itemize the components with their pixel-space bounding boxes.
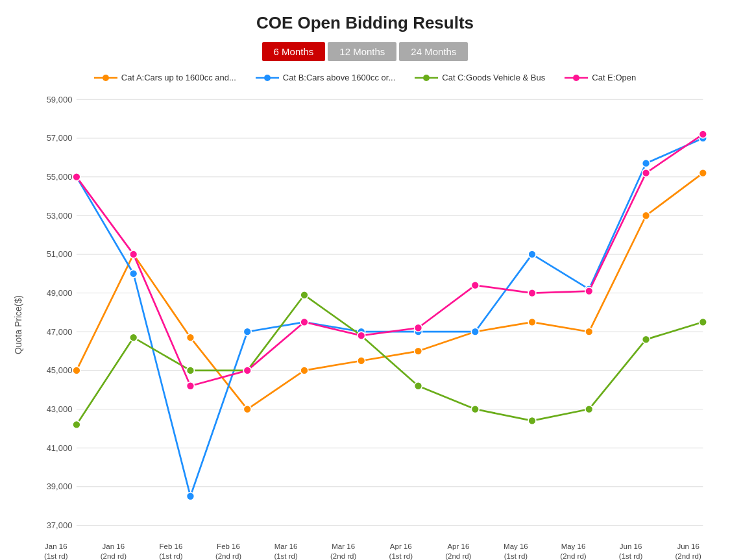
x-label: Apr 16(1st rd) [372, 542, 430, 560]
tab-24months[interactable]: 24 Months [399, 42, 468, 61]
svg-point-56 [73, 420, 80, 428]
svg-point-62 [415, 382, 422, 390]
x-label: Mar 16(1st rd) [257, 542, 315, 560]
svg-point-77 [585, 287, 593, 295]
svg-point-52 [528, 250, 536, 258]
x-label: Jan 16(1st rd) [27, 542, 85, 560]
svg-point-58 [186, 367, 194, 374]
svg-point-45 [130, 270, 138, 278]
svg-point-46 [186, 493, 194, 500]
svg-text:51,000: 51,000 [47, 249, 73, 259]
svg-text:57,000: 57,000 [47, 133, 73, 143]
legend-catC: Cat C:Goods Vehicle & Bus [415, 73, 545, 82]
svg-point-69 [130, 250, 138, 258]
legend-catE: Cat E:Open [565, 73, 636, 82]
svg-text:41,000: 41,000 [47, 443, 73, 453]
svg-point-68 [73, 173, 80, 181]
svg-point-60 [300, 291, 308, 299]
svg-text:53,000: 53,000 [47, 211, 73, 221]
tab-12months[interactable]: 12 Months [328, 42, 396, 61]
legend: Cat A:Cars up to 1600cc and... Cat B:Car… [94, 73, 636, 82]
svg-point-47 [243, 328, 251, 335]
svg-point-35 [243, 406, 251, 413]
svg-point-43 [699, 169, 707, 177]
legend-catB: Cat B:Cars above 1600cc or... [256, 73, 395, 82]
svg-point-5 [423, 75, 430, 81]
svg-text:47,000: 47,000 [47, 327, 73, 337]
svg-point-71 [243, 367, 251, 374]
x-label: Feb 16(1st rd) [142, 542, 200, 560]
chart-inner: 37,00039,00041,00043,00045,00047,00049,0… [27, 89, 717, 560]
chart-area: Quota Price($) 37,00039,00041,00043,0004… [13, 89, 717, 560]
svg-point-72 [300, 318, 308, 326]
svg-point-73 [358, 332, 365, 339]
svg-point-63 [471, 406, 479, 413]
svg-point-40 [528, 318, 536, 326]
svg-point-75 [471, 282, 479, 289]
svg-point-51 [471, 328, 479, 335]
svg-point-37 [358, 357, 365, 365]
svg-point-54 [642, 160, 650, 167]
svg-point-67 [699, 318, 707, 326]
svg-point-74 [415, 324, 422, 332]
chart-container: COE Open Bidding Results 6 Months 12 Mon… [0, 0, 730, 560]
y-axis-label: Quota Price($) [13, 89, 23, 560]
x-label: Jan 16(2nd rd) [85, 542, 143, 560]
x-label: Apr 16(2nd rd) [430, 542, 487, 560]
svg-text:39,000: 39,000 [47, 481, 73, 491]
x-label: Jun 16(2nd rd) [659, 542, 717, 560]
svg-point-41 [585, 328, 593, 335]
chart-title: COE Open Bidding Results [256, 13, 474, 33]
svg-point-65 [585, 406, 593, 413]
svg-text:59,000: 59,000 [47, 95, 73, 104]
tab-buttons: 6 Months 12 Months 24 Months [262, 42, 468, 61]
x-label: May 16(2nd rd) [544, 542, 602, 560]
x-axis-labels: Jan 16(1st rd)Jan 16(2nd rd)Feb 16(1st r… [27, 539, 717, 560]
svg-text:55,000: 55,000 [47, 172, 73, 182]
x-label: Jun 16(1st rd) [602, 542, 660, 560]
x-label: Mar 16(2nd rd) [315, 542, 372, 560]
svg-point-57 [130, 334, 138, 341]
svg-point-1 [103, 75, 109, 81]
svg-text:43,000: 43,000 [47, 404, 73, 414]
svg-point-36 [300, 367, 308, 374]
legend-catA: Cat A:Cars up to 1600cc and... [94, 73, 236, 82]
svg-text:45,000: 45,000 [47, 365, 73, 375]
svg-point-78 [642, 169, 650, 177]
svg-point-42 [642, 212, 650, 219]
svg-point-76 [528, 289, 536, 297]
svg-text:37,000: 37,000 [47, 520, 73, 530]
svg-text:49,000: 49,000 [47, 288, 73, 298]
svg-point-3 [264, 75, 271, 81]
svg-point-32 [73, 367, 80, 374]
svg-point-79 [699, 130, 707, 138]
svg-point-70 [186, 382, 194, 390]
tab-6months[interactable]: 6 Months [262, 42, 326, 61]
svg-point-38 [415, 347, 422, 355]
line-chart: 37,00039,00041,00043,00045,00047,00049,0… [27, 89, 717, 539]
x-label: Feb 16(2nd rd) [200, 542, 258, 560]
svg-point-66 [642, 335, 650, 343]
x-label: May 16(1st rd) [487, 542, 545, 560]
svg-point-34 [186, 334, 194, 341]
svg-point-7 [573, 75, 579, 81]
svg-point-64 [528, 417, 536, 424]
